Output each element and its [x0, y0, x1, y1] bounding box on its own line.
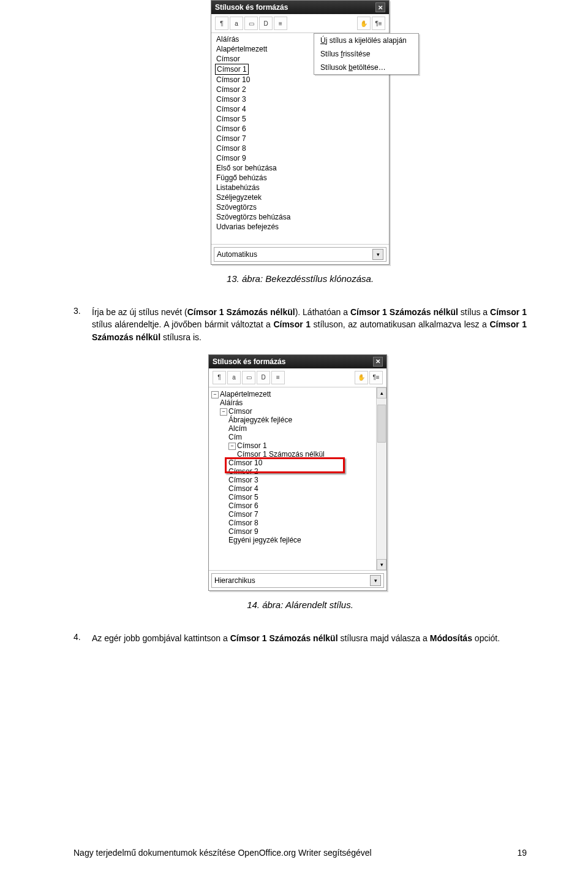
tree-item-label: Címsor 1 — [237, 441, 267, 450]
list-item[interactable]: Szövegtörzs — [215, 202, 385, 212]
tree-item-label: Címsor — [228, 407, 252, 416]
list-item[interactable]: Címsor 10 — [215, 75, 385, 85]
tree-item[interactable]: −Alapértelmezett — [211, 390, 384, 398]
page-styles-icon[interactable]: D — [257, 371, 270, 384]
list-item[interactable]: Címsor 7 — [215, 134, 385, 143]
list-item[interactable]: Udvarias befejezés — [215, 222, 385, 232]
list-item[interactable]: Címsor 1 — [215, 64, 249, 75]
tree-item[interactable]: Címsor 8 — [211, 519, 384, 527]
scroll-track[interactable] — [377, 398, 386, 559]
tree-item-label: Címsor 6 — [228, 501, 258, 510]
expander-icon[interactable]: − — [220, 408, 227, 416]
list-styles-icon[interactable]: ≡ — [274, 17, 287, 30]
list-item[interactable]: Címsor 5 — [215, 114, 385, 124]
context-menu: Új stílus a kijelölés alapjánStílus fris… — [314, 33, 419, 75]
highlight-box — [225, 457, 345, 473]
list-item[interactable]: Címsor 3 — [215, 94, 385, 104]
new-style-dropdown-icon[interactable]: ¶≡ — [369, 371, 383, 384]
tree-item-label: Egyéni jegyzék fejléce — [228, 536, 301, 544]
tree-item[interactable]: Egyéni jegyzék fejléce — [211, 536, 384, 544]
list-item[interactable]: Első sor behúzása — [215, 163, 385, 173]
para-text: Írja be az új stílus nevét (Címsor 1 Szá… — [92, 306, 527, 343]
tree-item-label: Alcím — [228, 424, 247, 433]
tree-item[interactable]: Alcím — [211, 424, 384, 433]
styles-dialog-2: Stílusok és formázás ✕ ¶ a ▭ D ≡ ✋ ¶≡ −A… — [208, 354, 387, 591]
tree-item[interactable]: Címsor 6 — [211, 501, 384, 510]
filter-value: Hierarchikus — [214, 576, 255, 585]
context-menu-item[interactable]: Stílusok betöltése… — [314, 61, 418, 74]
filter-row: Automatikus ▾ — [211, 244, 389, 262]
list-item[interactable]: Címsor 2 — [215, 85, 385, 94]
tree-item[interactable]: Címsor 4 — [211, 484, 384, 493]
tree-item[interactable]: Címsor 5 — [211, 493, 384, 501]
filter-value: Automatikus — [217, 250, 257, 259]
list-item[interactable]: Címsor 9 — [215, 153, 385, 163]
dialog-title: Stílusok és formázás — [215, 3, 288, 12]
list-item[interactable]: Címsor 8 — [215, 143, 385, 153]
list-item[interactable]: Címsor 6 — [215, 124, 385, 134]
expander-icon[interactable]: − — [228, 443, 236, 450]
frame-styles-icon[interactable]: ▭ — [244, 17, 258, 30]
tree-item-label: Címsor 3 — [228, 476, 258, 484]
tree-item[interactable]: Aláírás — [211, 398, 384, 407]
tree-item[interactable]: Címsor 7 — [211, 510, 384, 519]
chevron-down-icon[interactable]: ▾ — [370, 575, 381, 586]
scroll-thumb[interactable] — [377, 405, 386, 443]
filter-select[interactable]: Automatikus ▾ — [214, 247, 386, 262]
page-styles-icon[interactable]: D — [259, 17, 273, 30]
new-style-dropdown-icon[interactable]: ¶≡ — [372, 17, 385, 30]
tree-item[interactable]: Ábrajegyzék fejléce — [211, 416, 384, 424]
character-styles-icon[interactable]: a — [230, 17, 243, 30]
page-number: 19 — [517, 848, 527, 858]
list-item[interactable]: Szövegtörzs behúzása — [215, 212, 385, 222]
tree-item[interactable]: Cím — [211, 433, 384, 441]
figure-caption-14: 14. ábra: Alárendelt stílus. — [74, 600, 527, 610]
close-icon[interactable]: ✕ — [373, 357, 383, 367]
character-styles-icon[interactable]: a — [227, 371, 241, 384]
tree-item-label: Címsor 8 — [228, 519, 258, 527]
fill-format-icon[interactable]: ✋ — [357, 17, 371, 30]
tree-item-label: Aláírás — [220, 398, 243, 407]
numbered-para-4: 4. Az egér jobb gombjával kattintson a C… — [74, 632, 527, 644]
paragraph-styles-icon[interactable]: ¶ — [215, 17, 228, 30]
tree-item-label: Ábrajegyzék fejléce — [228, 416, 292, 424]
numbered-para-3: 3. Írja be az új stílus nevét (Címsor 1 … — [74, 306, 527, 343]
tree-item-label: Alapértelmezett — [220, 390, 271, 398]
fill-format-icon[interactable]: ✋ — [355, 371, 368, 384]
frame-styles-icon[interactable]: ▭ — [242, 371, 255, 384]
tree-item[interactable]: Címsor 3 — [211, 476, 384, 484]
scroll-down-icon[interactable]: ▾ — [377, 559, 386, 570]
scroll-up-icon[interactable]: ▴ — [377, 387, 386, 398]
list-styles-icon[interactable]: ≡ — [271, 371, 285, 384]
list-item[interactable]: Címsor 4 — [215, 104, 385, 114]
list-number: 3. — [74, 306, 92, 343]
list-item[interactable]: Listabehúzás — [215, 183, 385, 192]
context-menu-item[interactable]: Stílus frissítése — [314, 47, 418, 61]
tree-item[interactable]: −Címsor 1 — [211, 441, 384, 450]
list-item[interactable]: Függő behúzás — [215, 173, 385, 183]
para-text: Az egér jobb gombjával kattintson a Címs… — [92, 632, 527, 644]
tree-item[interactable]: Címsor 9 — [211, 527, 384, 536]
tree-item-label: Címsor 9 — [228, 527, 258, 536]
tree-item-label: Címsor 7 — [228, 510, 258, 519]
dialog-titlebar[interactable]: Stílusok és formázás ✕ — [209, 355, 386, 368]
styles-tree[interactable]: −AlapértelmezettAláírás−CímsorÁbrajegyzé… — [209, 387, 386, 570]
dialog-titlebar[interactable]: Stílusok és formázás ✕ — [211, 1, 389, 14]
expander-icon[interactable]: − — [211, 391, 219, 398]
context-menu-item[interactable]: Új stílus a kijelölés alapján — [314, 34, 418, 47]
tree-item-label: Címsor 4 — [228, 484, 258, 493]
dialog-title: Stílusok és formázás — [213, 357, 285, 366]
dialog-toolbar: ¶ a ▭ D ≡ ✋ ¶≡ — [209, 368, 386, 387]
tree-item[interactable]: −Címsor — [211, 407, 384, 416]
paragraph-styles-icon[interactable]: ¶ — [213, 371, 226, 384]
list-number: 4. — [74, 632, 92, 644]
filter-select[interactable]: Hierarchikus ▾ — [211, 573, 384, 588]
filter-row: Hierarchikus ▾ — [209, 570, 386, 588]
tree-item-label: Cím — [228, 433, 242, 441]
tree-item-label: Címsor 5 — [228, 493, 258, 501]
list-item[interactable]: Széljegyzetek — [215, 192, 385, 202]
chevron-down-icon[interactable]: ▾ — [372, 249, 383, 260]
close-icon[interactable]: ✕ — [375, 2, 385, 12]
scrollbar-vertical[interactable]: ▴ ▾ — [376, 387, 386, 570]
figure-caption-13: 13. ábra: Bekezdésstílus klónozása. — [74, 273, 527, 284]
